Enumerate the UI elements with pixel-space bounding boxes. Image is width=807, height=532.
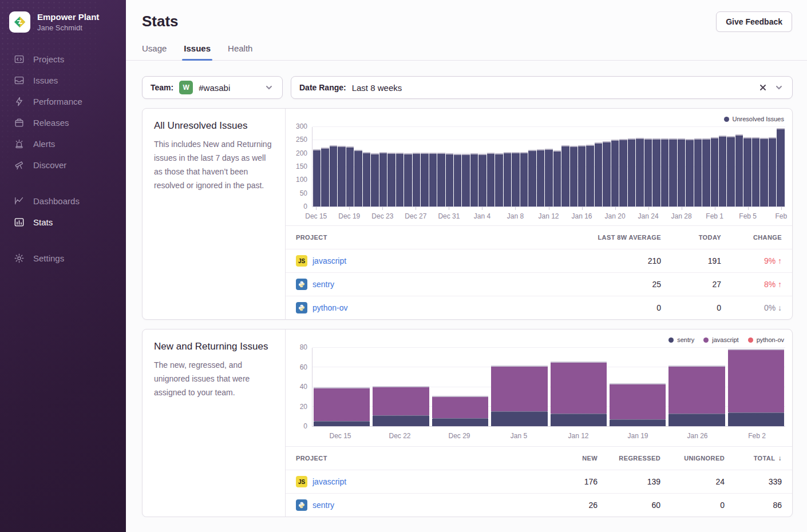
unresolved-chart-legend: Unresolved Issues — [286, 114, 792, 127]
panel-description: The new, regressed, and unignored issues… — [154, 358, 274, 399]
sidebar-item-settings[interactable]: Settings — [0, 248, 126, 269]
releases-icon — [14, 117, 25, 128]
issues-icon — [14, 75, 25, 86]
new-returning-table: Project New Regressed Unignored Total ↓ … — [286, 446, 792, 517]
nav-secondary: Dashboards Stats — [0, 190, 126, 233]
date-range-select[interactable]: Date Range: Last 8 weeks — [291, 76, 793, 99]
date-range-label: Date Range: — [299, 83, 346, 92]
tab-usage[interactable]: Usage — [142, 43, 167, 60]
project-link[interactable]: python-ov — [312, 303, 347, 312]
org-name: Empower Plant — [37, 11, 99, 22]
table-row: sentry 26 60 0 86 — [286, 493, 792, 517]
nav-primary: Projects Issues Performance Releases Ale… — [0, 49, 126, 176]
team-avatar: W — [179, 81, 193, 94]
project-link[interactable]: sentry — [312, 501, 334, 510]
change-cell: 8% ↑ — [721, 280, 782, 289]
panel-title: All Unresolved Issues — [154, 120, 274, 132]
chevron-down-icon — [774, 82, 784, 93]
team-label: Team: — [151, 83, 173, 92]
clear-date-range-icon[interactable] — [758, 82, 768, 93]
unresolved-plot — [312, 127, 785, 207]
give-feedback-button[interactable]: Give Feedback — [716, 11, 792, 32]
panel-new-returning-issues: New and Returning Issues The new, regres… — [142, 329, 793, 517]
stats-icon — [14, 217, 25, 228]
panel-description: This includes New and Returning issues i… — [154, 137, 274, 192]
app-window: Empower Plant Jane Schmidt Projects Issu… — [0, 0, 807, 532]
sidebar-item-dashboards[interactable]: Dashboards — [0, 190, 126, 212]
table-row: JS javascript 176 139 24 339 — [286, 470, 792, 493]
team-value: #wasabi — [199, 83, 230, 93]
project-link[interactable]: sentry — [312, 280, 334, 289]
panel-all-unresolved-issues: All Unresolved Issues This includes New … — [142, 108, 793, 320]
unresolved-yaxis: 050100150200250300 — [290, 127, 312, 207]
team-select[interactable]: Team: W #wasabi — [142, 76, 283, 99]
legend-dot-javascript — [703, 338, 709, 343]
table-row: python-ov 0 0 0% ↓ — [286, 296, 792, 319]
python-project-icon — [296, 279, 307, 290]
main-content: Stats Give Feedback Usage Issues Health … — [126, 0, 807, 532]
python-project-icon — [296, 499, 307, 511]
total-sort-header[interactable]: Total ↓ — [725, 454, 782, 462]
sidebar-item-projects[interactable]: Projects — [0, 49, 126, 70]
sidebar-item-alerts[interactable]: Alerts — [0, 133, 126, 154]
new-returning-chart: 020406080 — [286, 348, 792, 427]
org-logo-icon — [9, 11, 30, 33]
newreturning-chart-legend: sentry javascript python-ov — [286, 335, 792, 348]
panel-title: New and Returning Issues — [154, 341, 274, 352]
alerts-icon — [14, 138, 25, 149]
page-header: Stats Give Feedback — [126, 0, 807, 32]
project-link[interactable]: javascript — [312, 477, 346, 486]
date-range-value: Last 8 weeks — [352, 83, 402, 93]
javascript-project-icon: JS — [296, 476, 307, 487]
sidebar-item-discover[interactable]: Discover — [0, 154, 126, 176]
dashboards-icon — [14, 196, 25, 207]
sidebar: Empower Plant Jane Schmidt Projects Issu… — [0, 0, 126, 532]
newreturning-yaxis: 020406080 — [290, 348, 312, 427]
unresolved-xlabels: Dec 15Dec 19Dec 23Dec 27Dec 31Jan 4Jan 8… — [312, 207, 785, 223]
nav-tertiary: Settings — [0, 248, 126, 269]
sidebar-item-performance[interactable]: Performance — [0, 91, 126, 112]
table-row: JS javascript 210 191 9% ↑ — [286, 249, 792, 272]
tab-issues[interactable]: Issues — [184, 43, 211, 60]
arrow-up-icon: ↑ — [778, 280, 782, 289]
newreturning-plot — [312, 348, 785, 427]
sidebar-item-releases[interactable]: Releases — [0, 112, 126, 133]
tab-health[interactable]: Health — [228, 43, 252, 60]
javascript-project-icon: JS — [296, 255, 307, 267]
filter-row: Team: W #wasabi Date Range: Last 8 weeks — [142, 76, 793, 99]
arrow-down-icon: ↓ — [778, 303, 782, 312]
performance-icon — [14, 96, 25, 107]
project-link[interactable]: javascript — [312, 256, 346, 265]
chevron-down-icon — [264, 82, 274, 93]
table-row: sentry 25 27 8% ↑ — [286, 272, 792, 296]
settings-icon — [14, 253, 25, 264]
python-project-icon — [296, 302, 307, 313]
tabs: Usage Issues Health — [126, 32, 807, 61]
legend-dot-sentry — [668, 338, 674, 343]
projects-icon — [14, 54, 25, 65]
change-cell: 0% ↓ — [721, 303, 782, 312]
change-cell: 9% ↑ — [721, 256, 782, 265]
legend-dot-python-ov — [748, 338, 753, 343]
org-switcher[interactable]: Empower Plant Jane Schmidt — [0, 0, 126, 41]
sidebar-item-issues[interactable]: Issues — [0, 70, 126, 91]
unresolved-table: Project Last 8W Average Today Change JS … — [286, 225, 792, 319]
page-title: Stats — [142, 13, 179, 30]
sort-descending-icon: ↓ — [778, 454, 782, 462]
newreturning-xlabels: Dec 15Dec 22Dec 29Jan 5Jan 12Jan 19Jan 2… — [312, 427, 785, 444]
arrow-up-icon: ↑ — [778, 256, 782, 265]
legend-dot-unresolved — [724, 117, 729, 122]
discover-icon — [14, 160, 25, 170]
unresolved-issues-chart: 050100150200250300 — [286, 127, 792, 207]
content-area: Team: W #wasabi Date Range: Last 8 weeks — [126, 61, 807, 517]
user-name: Jane Schmidt — [37, 23, 99, 33]
sidebar-item-stats[interactable]: Stats — [0, 212, 126, 233]
